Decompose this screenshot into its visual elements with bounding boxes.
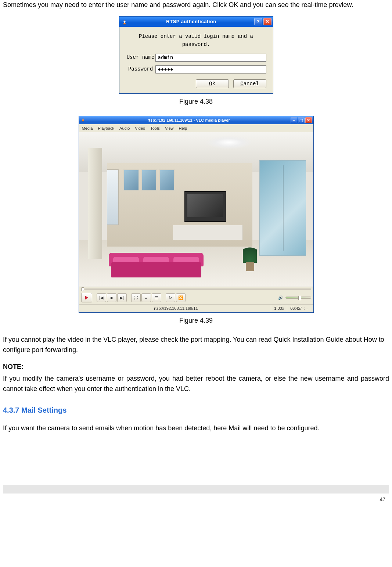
section-heading-mail-settings: 4.3.7 Mail Settings xyxy=(3,405,389,416)
shuffle-icon: 🔀 xyxy=(178,295,183,301)
vlc-menubar: Media Playback Audio Video Tools View He… xyxy=(79,124,313,132)
note-paragraph: If you modify the camera's username or p… xyxy=(3,374,389,394)
menu-media[interactable]: Media xyxy=(82,125,93,132)
page-footer: 47 xyxy=(3,485,389,504)
vlc-window: rtsp://192.168.11.169/11 - VLC media pla… xyxy=(79,116,314,313)
svg-rect-1 xyxy=(123,21,125,22)
speaker-icon[interactable]: 🔊 xyxy=(278,295,283,301)
dialog-titlebar: RTSP authentication ? ✕ xyxy=(119,17,273,27)
dialog-prompt: Please enter a valid login name and a pa… xyxy=(126,33,266,49)
window-minimize-button[interactable]: – xyxy=(291,117,297,123)
figure-4-39-caption: Figure 4.39 xyxy=(3,316,389,326)
window-maximize-button[interactable]: ▢ xyxy=(298,117,305,123)
cancel-rest: ancel xyxy=(244,81,259,87)
figure-4-38-caption: Figure 4.38 xyxy=(3,97,389,107)
playlist-icon: ☰ xyxy=(155,295,158,301)
svg-marker-4 xyxy=(82,117,84,121)
figure-4-39-wrap: rtsp://192.168.11.169/11 - VLC media pla… xyxy=(3,116,389,313)
menu-tools[interactable]: Tools xyxy=(150,125,160,132)
vlc-statusbar: rtsp://192.168.11.169/11 1.00x 06:42/--:… xyxy=(79,304,313,312)
skip-prev-icon: |◀ xyxy=(99,295,103,301)
rtsp-auth-dialog: RTSP authentication ? ✕ Please enter a v… xyxy=(119,16,273,94)
vlc-cone-icon xyxy=(122,19,127,25)
play-icon xyxy=(85,296,88,299)
username-label: User name xyxy=(126,54,155,62)
shuffle-button[interactable]: 🔀 xyxy=(176,293,186,302)
play-button[interactable] xyxy=(81,293,92,302)
password-input[interactable] xyxy=(155,65,266,73)
skip-next-icon: ▶| xyxy=(120,295,124,301)
password-label: Password xyxy=(126,65,155,73)
menu-playback[interactable]: Playback xyxy=(98,125,114,132)
loop-icon: ↻ xyxy=(169,295,172,301)
svg-rect-6 xyxy=(82,121,84,121)
fullscreen-button[interactable]: ⛶ xyxy=(131,293,141,302)
svg-rect-5 xyxy=(82,119,83,119)
vlc-controls: |◀ ■ ▶| ⛶ ≡ ☰ ↻ 🔀 🔊 xyxy=(79,291,313,304)
dialog-close-button[interactable]: ✕ xyxy=(263,18,271,25)
loop-button[interactable]: ↻ xyxy=(166,293,175,302)
stop-button[interactable]: ■ xyxy=(107,293,116,302)
username-input[interactable] xyxy=(155,54,266,62)
figure-4-38-wrap: RTSP authentication ? ✕ Please enter a v… xyxy=(3,16,389,94)
menu-audio[interactable]: Audio xyxy=(119,125,130,132)
playlist-button[interactable]: ☰ xyxy=(152,293,161,302)
status-time: 06:42/--:-- xyxy=(287,305,311,312)
intro-paragraph: Sometimes you may need to enter the user… xyxy=(3,0,389,10)
status-url: rtsp://192.168.11.169/11 xyxy=(81,305,271,312)
ext-settings-button[interactable]: ≡ xyxy=(141,293,151,302)
stop-icon: ■ xyxy=(110,295,113,301)
mail-paragraph: If you want the camera to send emails wh… xyxy=(3,423,389,434)
prev-button[interactable]: |◀ xyxy=(97,293,106,302)
svg-rect-2 xyxy=(124,22,125,23)
page-number: 47 xyxy=(3,494,389,504)
menu-video[interactable]: Video xyxy=(135,125,145,132)
vlc-cone-icon xyxy=(81,117,85,123)
dialog-title: RTSP authentication xyxy=(130,18,253,25)
fullscreen-icon: ⛶ xyxy=(134,295,138,301)
vlc-title: rtsp://192.168.11.169/11 - VLC media pla… xyxy=(87,117,291,123)
status-speed: 1.00x xyxy=(271,305,287,312)
equalizer-icon: ≡ xyxy=(145,295,147,301)
menu-help[interactable]: Help xyxy=(179,125,187,132)
window-close-button[interactable]: ✕ xyxy=(305,117,312,123)
after-figure-paragraph: If you cannot play the video in the VLC … xyxy=(3,335,389,355)
vlc-video-area xyxy=(79,132,313,287)
ok-button[interactable]: Ok xyxy=(196,79,229,88)
note-label: NOTE: xyxy=(3,362,389,372)
vlc-titlebar: rtsp://192.168.11.169/11 - VLC media pla… xyxy=(79,116,313,124)
seek-bar[interactable] xyxy=(79,287,313,291)
svg-rect-3 xyxy=(123,24,126,24)
cancel-button[interactable]: Cancel xyxy=(233,79,266,88)
volume-slider[interactable] xyxy=(285,297,311,299)
next-button[interactable]: ▶| xyxy=(117,293,127,302)
dialog-help-button[interactable]: ? xyxy=(254,18,262,25)
ok-rest: k xyxy=(212,81,215,87)
menu-view[interactable]: View xyxy=(165,125,174,132)
